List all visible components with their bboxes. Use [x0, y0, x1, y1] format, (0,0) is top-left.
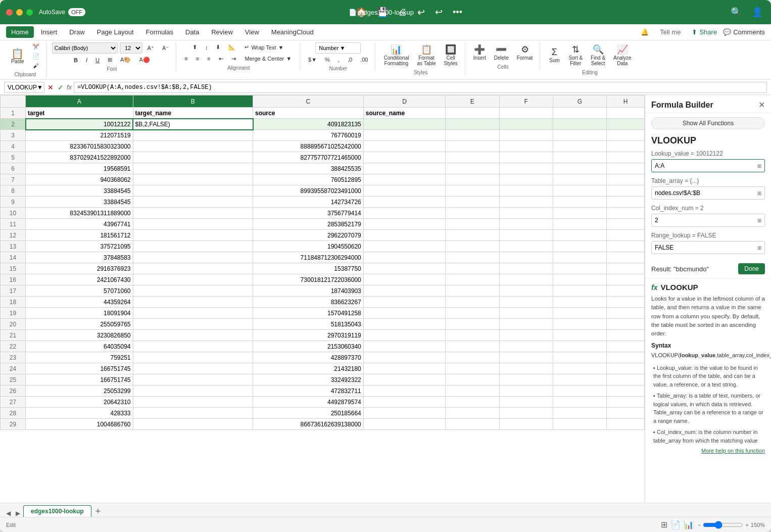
minimize-traffic-light[interactable] [16, 9, 23, 16]
cell-e18[interactable] [446, 297, 499, 308]
cell-c8[interactable]: 899395587023491000 [253, 185, 364, 197]
menu-item-home[interactable]: Home [6, 26, 34, 38]
cell-e22[interactable] [446, 341, 499, 352]
cell-a10[interactable]: 832453901311889000 [26, 208, 133, 219]
cell-h15[interactable] [607, 263, 645, 274]
cell-h14[interactable] [607, 252, 645, 263]
wrap-text-button[interactable]: ↵ Wrap Text ▼ [240, 42, 287, 52]
cell-f17[interactable] [499, 285, 553, 297]
cell-e3[interactable] [446, 130, 499, 141]
cell-a20[interactable]: 255059765 [26, 319, 133, 330]
cell-a16[interactable]: 2421067430 [26, 274, 133, 285]
zoom-plus-button[interactable]: + [745, 522, 748, 528]
cell-b16[interactable] [133, 274, 253, 285]
cell-f10[interactable] [499, 208, 553, 219]
cell-b15[interactable] [133, 263, 253, 274]
cell-h11[interactable] [607, 219, 645, 230]
cell-f28[interactable] [499, 408, 553, 419]
cell-d27[interactable] [363, 397, 446, 408]
menu-item-meaningcloud[interactable]: MeaningCloud [266, 26, 319, 38]
formula-input[interactable] [74, 82, 767, 93]
cell-a18[interactable]: 44359264 [26, 297, 133, 308]
normal-view-icon[interactable]: ⊞ [661, 520, 667, 529]
cell-g4[interactable] [553, 141, 606, 152]
sheet-tab-edges1000[interactable]: edges1000-lookup [23, 505, 91, 517]
param-range-collapse-icon[interactable]: ⊞ [757, 245, 761, 251]
cell-g26[interactable] [553, 385, 606, 397]
percent-button[interactable]: % [322, 56, 333, 64]
cell-c19[interactable]: 1570491258 [253, 308, 364, 319]
cell-h29[interactable] [607, 419, 645, 430]
cell-a8[interactable]: 33884545 [26, 185, 133, 197]
cell-b12[interactable] [133, 230, 253, 241]
cell-f15[interactable] [499, 263, 553, 274]
cell-h25[interactable] [607, 374, 645, 385]
cell-c3[interactable]: 767760019 [253, 130, 364, 141]
font-size-select[interactable]: 12 [120, 42, 142, 54]
copy-button[interactable]: 📄 [29, 52, 42, 61]
cell-h6[interactable] [607, 163, 645, 174]
cell-e20[interactable] [446, 319, 499, 330]
bold-button[interactable]: B [71, 56, 81, 64]
cell-b24[interactable] [133, 363, 253, 374]
format-button[interactable]: ⚙ Format [514, 42, 536, 62]
cell-f6[interactable] [499, 163, 553, 174]
cell-b21[interactable] [133, 330, 253, 341]
add-sheet-button[interactable]: + [92, 506, 104, 517]
cell-h23[interactable] [607, 352, 645, 363]
show-all-functions-button[interactable]: Show All Functions [651, 117, 765, 129]
cell-b2[interactable]: $B,2,FALSE) [133, 119, 253, 130]
cell-f27[interactable] [499, 397, 553, 408]
cell-d9[interactable] [363, 197, 446, 208]
cell-g17[interactable] [553, 285, 606, 297]
cell-g3[interactable] [553, 130, 606, 141]
cell-f12[interactable] [499, 230, 553, 241]
cell-e26[interactable] [446, 385, 499, 397]
cell-g21[interactable] [553, 330, 606, 341]
cell-h20[interactable] [607, 319, 645, 330]
cell-d1[interactable]: source_name [363, 108, 446, 119]
col-header-h[interactable]: H [607, 95, 645, 108]
share-button[interactable]: ⬆ Share [692, 28, 717, 36]
cell-d28[interactable] [363, 408, 446, 419]
cell-c28[interactable]: 250185664 [253, 408, 364, 419]
decrease-indent-button[interactable]: ⇤ [216, 55, 226, 63]
align-top-button[interactable]: ⬆ [189, 43, 200, 52]
cell-a21[interactable]: 3230826850 [26, 330, 133, 341]
cell-g2[interactable] [553, 119, 606, 130]
cell-f18[interactable] [499, 297, 553, 308]
cell-f14[interactable] [499, 252, 553, 263]
cell-d4[interactable] [363, 141, 446, 152]
cell-b3[interactable] [133, 130, 253, 141]
cell-d23[interactable] [363, 352, 446, 363]
comma-button[interactable]: , [335, 56, 343, 64]
cell-d19[interactable] [363, 308, 446, 319]
cell-b8[interactable] [133, 185, 253, 197]
cell-a11[interactable]: 43967741 [26, 219, 133, 230]
cell-h28[interactable] [607, 408, 645, 419]
align-right-button[interactable]: ≡ [204, 55, 213, 63]
col-header-e[interactable]: E [446, 95, 499, 108]
cell-h7[interactable] [607, 174, 645, 185]
col-header-g[interactable]: G [553, 95, 606, 108]
align-bottom-button[interactable]: ⬇ [213, 43, 223, 52]
cell-e29[interactable] [446, 419, 499, 430]
cell-d15[interactable] [363, 263, 446, 274]
cell-a27[interactable]: 20642310 [26, 397, 133, 408]
cell-c12[interactable]: 2962207079 [253, 230, 364, 241]
cell-h21[interactable] [607, 330, 645, 341]
underline-button[interactable]: U [92, 56, 103, 64]
cell-d21[interactable] [363, 330, 446, 341]
col-header-c[interactable]: C [253, 95, 364, 108]
font-family-select[interactable]: Calibri (Body) [52, 42, 118, 54]
cell-e15[interactable] [446, 263, 499, 274]
cell-f8[interactable] [499, 185, 553, 197]
cell-g19[interactable] [553, 308, 606, 319]
cell-a4[interactable]: 823367015830323000 [26, 141, 133, 152]
cell-h12[interactable] [607, 230, 645, 241]
cell-d12[interactable] [363, 230, 446, 241]
cell-h16[interactable] [607, 274, 645, 285]
cell-h5[interactable] [607, 152, 645, 163]
cell-e16[interactable] [446, 274, 499, 285]
cell-f29[interactable] [499, 419, 553, 430]
